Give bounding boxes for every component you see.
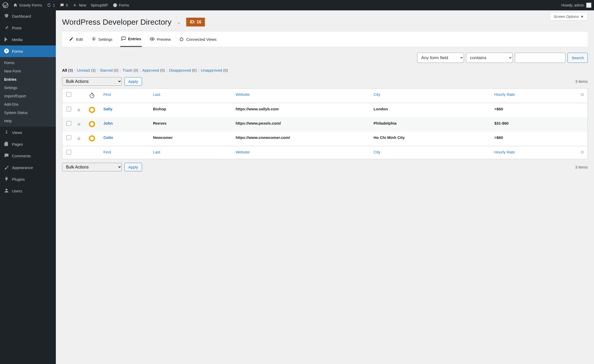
preview-icon — [150, 36, 155, 42]
page-title: WordPress Developer Directory — [62, 18, 171, 26]
col-last[interactable]: Last — [153, 92, 160, 97]
plugins-icon — [4, 176, 9, 183]
sidebar-item-views[interactable]: Views — [0, 127, 56, 138]
col-website[interactable]: Website — [236, 150, 250, 154]
site-link[interactable]: Gravity Forms — [13, 3, 42, 8]
cell-city: London — [371, 103, 492, 118]
cell-city: Ho Chi Minh City — [371, 132, 492, 146]
gear-icon[interactable]: ⚙ — [580, 92, 584, 97]
form-id-badge: ID: 16 — [186, 18, 205, 26]
tab-entries[interactable]: Entries — [120, 32, 142, 47]
apply-button-bottom[interactable]: Apply — [124, 163, 142, 171]
entry-first-link[interactable]: John — [103, 121, 113, 125]
gear-icon[interactable]: ⚙ — [580, 150, 584, 154]
approval-status-icon[interactable] — [89, 107, 95, 113]
updates-link[interactable]: 1 — [47, 3, 55, 8]
wp-logo[interactable] — [3, 2, 8, 8]
table-row: ★JohnReeveshttps://www.pexels.com/Philad… — [62, 117, 588, 132]
sidebar-sub-entries[interactable]: Entries — [0, 75, 56, 84]
tab-preview[interactable]: Preview — [149, 32, 171, 47]
forms-toolbar-link[interactable]: Forms — [113, 3, 129, 8]
star-icon[interactable]: ★ — [76, 107, 82, 113]
sidebar-item-plugins[interactable]: Plugins — [0, 173, 56, 185]
filter-starred[interactable]: Starred (0) — [100, 68, 118, 72]
tab-connected-views[interactable]: Connected Views — [178, 32, 217, 47]
entry-filters: All (3)|Unread (3)|Starred (0)|Trash (0)… — [62, 67, 588, 76]
search-field-select[interactable]: Any form field — [417, 53, 464, 63]
star-icon[interactable]: ★ — [76, 135, 82, 142]
approval-status-icon[interactable] — [89, 135, 95, 141]
pages-icon — [4, 141, 9, 147]
sidebar-sub-help[interactable]: Help — [0, 117, 56, 125]
select-all-checkbox[interactable] — [66, 92, 71, 97]
star-icon[interactable]: ★ — [76, 121, 82, 127]
svg-rect-12 — [91, 93, 92, 93]
sidebar-item-label: Comments — [12, 154, 31, 158]
apply-button-top[interactable]: Apply — [124, 77, 142, 86]
tab-label: Entries — [128, 37, 141, 41]
sidebar-item-media[interactable]: Media — [0, 34, 56, 45]
admin-toolbar: Gravity Forms 1 0 New SpinupWP Forms How… — [0, 0, 594, 10]
col-city[interactable]: City — [373, 92, 380, 97]
approval-status-icon[interactable] — [89, 121, 95, 127]
select-all-checkbox[interactable] — [66, 150, 71, 154]
sidebar-sub-forms[interactable]: Forms — [0, 59, 56, 67]
sidebar-item-dashboard[interactable]: Dashboard — [0, 10, 56, 22]
col-website[interactable]: Website — [236, 92, 250, 97]
filter-trash[interactable]: Trash (0) — [123, 68, 138, 72]
screen-options-button[interactable]: Screen Options▼ — [550, 13, 588, 21]
appearance-icon — [4, 164, 9, 171]
sidebar-item-label: Dashboard — [12, 14, 31, 18]
col-first[interactable]: First — [103, 150, 111, 154]
filter-disapproved[interactable]: Disapproved (0) — [169, 68, 197, 72]
sidebar-sub-settings[interactable]: Settings — [0, 84, 56, 92]
sidebar-item-comments[interactable]: Comments — [0, 150, 56, 162]
sidebar-item-posts[interactable]: Posts — [0, 22, 56, 34]
sidebar-sub-add-ons[interactable]: Add-Ons — [0, 100, 56, 109]
row-checkbox[interactable] — [66, 135, 71, 140]
sidebar-sub-import-export[interactable]: Import/Export — [0, 92, 56, 100]
avatar[interactable] — [586, 3, 591, 8]
filter-unread[interactable]: Unread (3) — [77, 68, 96, 72]
stopwatch-icon — [89, 95, 95, 99]
chevron-down-icon: ▼ — [580, 15, 584, 19]
sidebar-item-appearance[interactable]: Appearance — [0, 162, 56, 173]
account-link[interactable]: Howdy, admin — [561, 3, 584, 7]
media-icon — [4, 36, 9, 43]
sidebar-item-label: Pages — [12, 142, 23, 146]
search-input[interactable] — [515, 53, 565, 63]
form-switcher-chevron[interactable]: ⌄ — [177, 19, 181, 25]
sidebar-item-pages[interactable]: Pages — [0, 138, 56, 150]
search-operator-select[interactable]: contains — [466, 53, 513, 63]
sidebar-item-forms[interactable]: Forms — [0, 45, 56, 57]
filter-approved[interactable]: Approved (0) — [142, 68, 165, 72]
bulk-actions-select-top[interactable]: Bulk Actions — [62, 77, 122, 86]
entry-first-link[interactable]: Colin — [103, 135, 113, 140]
entry-first-link[interactable]: Sally — [103, 107, 112, 111]
sidebar-item-users[interactable]: Users — [0, 185, 56, 197]
cell-website: https://www.cnewcomer.com/ — [233, 132, 371, 146]
svg-rect-3 — [5, 50, 7, 50]
sidebar-sub-new-form[interactable]: New Form — [0, 67, 56, 75]
col-first[interactable]: First — [103, 92, 111, 97]
filter-unapproved[interactable]: Unapproved (0) — [201, 68, 228, 72]
col-last[interactable]: Last — [153, 150, 160, 154]
comments-link[interactable]: 0 — [60, 3, 68, 8]
new-link[interactable]: New — [72, 3, 86, 8]
tab-label: Settings — [98, 37, 112, 42]
col-hourly-rate[interactable]: Hourly Rate — [494, 92, 515, 97]
row-checkbox[interactable] — [66, 121, 71, 126]
svg-point-5 — [6, 130, 7, 131]
row-checkbox[interactable] — [66, 107, 71, 111]
sidebar-sub-system-status[interactable]: System Status — [0, 109, 56, 117]
filter-all[interactable]: All (3) — [62, 68, 73, 72]
tab-edit[interactable]: Edit — [68, 32, 83, 47]
cell-rate: >$60 — [492, 103, 577, 118]
tab-settings[interactable]: Settings — [91, 32, 113, 47]
col-hourly-rate[interactable]: Hourly Rate — [494, 150, 515, 154]
entries-table: FirstLastWebsiteCityHourly Rate⚙ ★SallyB… — [62, 88, 588, 159]
search-button[interactable]: Search — [568, 53, 588, 63]
spinup-link[interactable]: SpinupWP — [91, 3, 108, 7]
col-city[interactable]: City — [373, 150, 380, 154]
bulk-actions-select-bottom[interactable]: Bulk Actions — [62, 163, 122, 171]
